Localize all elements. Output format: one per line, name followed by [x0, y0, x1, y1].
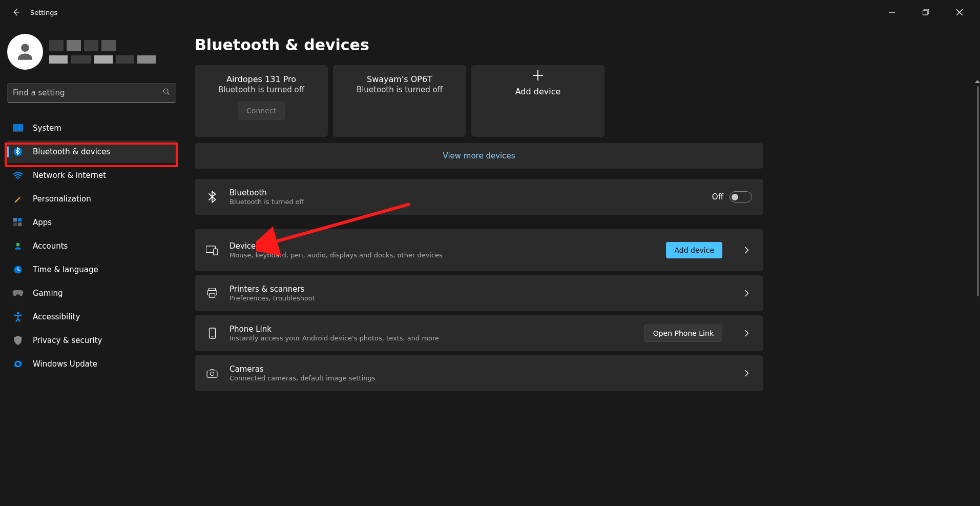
chevron-right-icon — [741, 370, 752, 377]
svg-rect-23 — [214, 249, 218, 255]
connect-button[interactable]: Connect — [238, 102, 285, 120]
phone-link-row[interactable]: Phone Link Instantly access your Android… — [195, 315, 763, 351]
back-button[interactable] — [8, 4, 24, 21]
view-more-link[interactable]: View more devices — [443, 151, 515, 160]
svg-point-7 — [163, 89, 168, 93]
setting-subtitle: Mouse, keyboard, pen, audio, displays an… — [230, 251, 655, 259]
nav-personalization[interactable]: Personalization — [7, 188, 177, 210]
nav-label: Network & internet — [33, 171, 106, 180]
nav-bluetooth-devices[interactable]: Bluetooth & devices — [7, 140, 177, 163]
setting-subtitle: Connected cameras, default image setting… — [230, 374, 722, 382]
nav-apps[interactable]: Apps — [7, 211, 177, 234]
device-cards-row: Airdopes 131 Pro Bluetooth is turned off… — [195, 65, 763, 137]
nav-label: Windows Update — [33, 359, 97, 369]
camera-icon — [206, 369, 218, 378]
avatar — [7, 34, 43, 70]
svg-point-11 — [14, 148, 23, 156]
svg-point-17 — [16, 243, 20, 247]
device-name: Airdopes 131 Pro — [226, 74, 296, 84]
update-icon — [12, 358, 24, 370]
svg-rect-9 — [13, 124, 23, 131]
bluetooth-glyph-icon — [206, 191, 218, 203]
add-device-card[interactable]: Add device — [471, 65, 604, 137]
nav-label: Apps — [33, 218, 52, 227]
nav-privacy[interactable]: Privacy & security — [7, 329, 177, 352]
nav: System Bluetooth & devices Network & int… — [7, 117, 177, 375]
view-more-devices[interactable]: View more devices — [195, 143, 763, 169]
phone-icon — [206, 328, 218, 339]
bluetooth-icon — [12, 146, 24, 157]
search-field[interactable] — [7, 83, 176, 103]
nav-accessibility[interactable]: Accessibility — [7, 306, 177, 328]
printer-icon — [206, 288, 218, 298]
chevron-right-icon — [741, 247, 752, 254]
svg-rect-16 — [18, 222, 22, 226]
shield-icon — [12, 335, 24, 346]
nav-label: Time & language — [33, 265, 98, 274]
profile-section[interactable] — [7, 34, 177, 70]
nav-windows-update[interactable]: Windows Update — [7, 353, 177, 375]
device-card-airdopes[interactable]: Airdopes 131 Pro Bluetooth is turned off… — [195, 65, 328, 137]
search-input[interactable] — [13, 88, 162, 97]
device-status: Bluetooth is turned off — [218, 85, 304, 94]
device-card-op6t[interactable]: Swayam's OP6T Bluetooth is turned off — [333, 65, 466, 137]
setting-subtitle: Preferences, troubleshoot — [230, 294, 722, 302]
setting-title: Phone Link — [230, 325, 633, 334]
setting-title: Bluetooth — [230, 188, 701, 197]
search-icon — [162, 88, 171, 98]
system-icon — [12, 123, 24, 134]
toggle-state-label: Off — [712, 192, 723, 201]
svg-rect-13 — [13, 218, 17, 221]
svg-rect-26 — [210, 294, 215, 297]
nav-label: Personalization — [33, 194, 91, 204]
svg-point-12 — [17, 178, 19, 179]
device-status: Bluetooth is turned off — [357, 85, 443, 94]
sidebar: System Bluetooth & devices Network & int… — [0, 25, 184, 506]
svg-point-19 — [17, 312, 19, 315]
nav-label: Accounts — [33, 241, 68, 251]
setting-subtitle: Instantly access your Android device's p… — [230, 334, 633, 342]
accessibility-icon — [12, 311, 24, 322]
nav-accounts[interactable]: Accounts — [7, 235, 177, 257]
svg-rect-24 — [209, 288, 216, 291]
profile-name-redacted — [49, 40, 156, 64]
svg-rect-14 — [18, 218, 22, 221]
svg-point-29 — [210, 372, 214, 375]
svg-rect-10 — [13, 131, 23, 132]
add-device-button[interactable]: Add device — [666, 242, 722, 258]
page-title: Bluetooth & devices — [195, 36, 968, 54]
scrollbar[interactable] — [977, 86, 979, 296]
clock-icon — [12, 264, 24, 275]
title-bar: Settings — [0, 0, 980, 25]
nav-label: Gaming — [33, 289, 63, 298]
main-content: Bluetooth & devices Airdopes 131 Pro Blu… — [184, 25, 980, 506]
setting-subtitle: Bluetooth is turned off — [230, 198, 701, 206]
open-phone-link-button[interactable]: Open Phone Link — [644, 325, 722, 342]
devices-row[interactable]: Devices Mouse, keyboard, pen, audio, dis… — [195, 229, 763, 271]
cameras-row[interactable]: Cameras Connected cameras, default image… — [195, 355, 763, 391]
chevron-right-icon — [741, 330, 752, 337]
nav-label: System — [33, 124, 61, 133]
gaming-icon — [12, 288, 24, 299]
svg-line-8 — [168, 93, 169, 94]
printers-scanners-row[interactable]: Printers & scanners Preferences, trouble… — [195, 275, 763, 311]
bluetooth-toggle[interactable] — [729, 191, 752, 203]
nav-time-language[interactable]: Time & language — [7, 258, 177, 281]
nav-network[interactable]: Network & internet — [7, 164, 177, 187]
device-name: Swayam's OP6T — [367, 74, 432, 84]
maximize-button[interactable] — [915, 4, 936, 21]
svg-rect-4 — [923, 10, 927, 15]
nav-gaming[interactable]: Gaming — [7, 282, 177, 305]
close-button[interactable] — [949, 4, 970, 21]
chevron-right-icon — [741, 290, 752, 297]
scrollbar-up-icon[interactable] — [975, 80, 980, 83]
svg-rect-15 — [13, 222, 17, 226]
nav-label: Privacy & security — [33, 336, 102, 345]
setting-title: Printers & scanners — [230, 285, 722, 294]
minimize-button[interactable] — [882, 4, 902, 21]
brush-icon — [12, 193, 24, 205]
person-icon — [12, 240, 24, 252]
app-title: Settings — [30, 9, 57, 16]
nav-system[interactable]: System — [7, 117, 177, 139]
apps-icon — [12, 217, 24, 228]
